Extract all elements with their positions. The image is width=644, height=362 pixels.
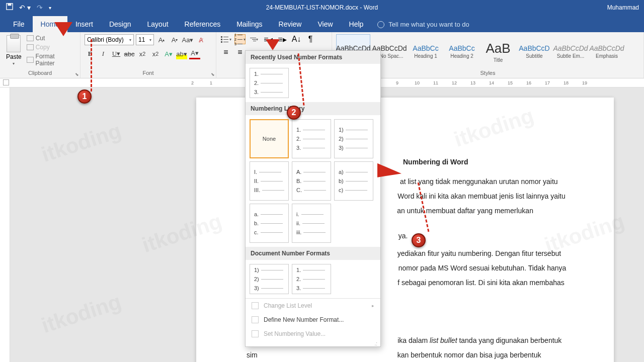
recent-formats-header: Recently Used Number Formats xyxy=(246,51,380,64)
numbering-tile[interactable]: 1.2.3. xyxy=(292,119,331,158)
grow-font-button[interactable]: A▴ xyxy=(156,34,167,45)
highlight-button[interactable]: ab▾ xyxy=(176,48,187,59)
doc-formats-header: Document Number Formats xyxy=(246,247,380,260)
title-bar: ↶ ▾ ↷ ▾ 24-MEMBUAT-LIST-NOMOR.docx - Wor… xyxy=(0,0,644,15)
sort-button[interactable]: A↓ xyxy=(291,34,302,44)
clipboard-launcher-icon[interactable]: ⬊ xyxy=(75,72,79,77)
tab-help[interactable]: Help xyxy=(341,16,372,32)
align-left-button[interactable]: ≡ xyxy=(220,47,231,57)
set-numbering-value-cmd: Set Numbering Value... xyxy=(246,327,380,341)
numbering-library-header: Numbering Library xyxy=(246,102,380,115)
annotation-badge-2: 2 xyxy=(287,106,301,120)
numbering-tile[interactable]: a.b.c. xyxy=(250,204,289,243)
qat-customize-icon[interactable]: ▾ xyxy=(49,5,51,11)
style-subtitle[interactable]: AaBbCcDSubtitle xyxy=(517,34,551,69)
multilevel-list-button[interactable]: ▾ xyxy=(249,34,260,44)
format-painter-button[interactable]: Format Painter xyxy=(26,52,76,67)
superscript-button[interactable]: x2 xyxy=(150,48,161,59)
annotation-dash-1 xyxy=(91,39,92,92)
style-emphasis[interactable]: AaBbCcDdEmphasis xyxy=(590,34,624,69)
numbering-tile[interactable]: a)b)c) xyxy=(334,161,373,201)
define-number-format-cmd[interactable]: Define New Number Format... xyxy=(246,313,380,327)
ribbon-tabs: File Home Insert Design Layout Reference… xyxy=(0,15,644,32)
numbering-tile[interactable]: i.ii.iii. xyxy=(292,204,331,243)
show-marks-button[interactable]: ¶ xyxy=(305,34,316,44)
tab-mailings[interactable]: Mailings xyxy=(228,16,270,32)
style-heading-1[interactable]: AaBbCcHeading 1 xyxy=(409,34,443,69)
italic-button[interactable]: I xyxy=(98,48,109,59)
brush-icon xyxy=(27,57,34,63)
text-effects-button[interactable]: A▾ xyxy=(163,48,174,59)
annotation-pointer-2 xyxy=(266,39,280,50)
copy-button[interactable]: Copy xyxy=(26,43,76,51)
resize-grip-icon[interactable]: .: xyxy=(246,341,380,346)
account-name[interactable]: Muhammad xyxy=(607,4,644,11)
style-title[interactable]: AaBTitle xyxy=(481,34,515,69)
lightbulb-icon xyxy=(377,21,384,28)
font-size-select[interactable]: 11▾ xyxy=(136,34,154,45)
tab-design[interactable]: Design xyxy=(101,16,139,32)
redo-icon[interactable]: ↷ xyxy=(37,4,43,12)
svg-rect-1 xyxy=(8,4,12,6)
group-clipboard: Paste ▾ Cut Copy Format Painter Clipboar… xyxy=(0,32,80,78)
save-icon[interactable] xyxy=(6,3,13,12)
scissors-icon xyxy=(27,35,34,41)
numbering-tile[interactable]: I.II.III. xyxy=(250,161,289,201)
tab-references[interactable]: References xyxy=(177,16,229,32)
doc-format-tile[interactable]: 1.2.3. xyxy=(292,264,331,294)
doc-format-tile[interactable]: 1)2)3) xyxy=(250,264,289,294)
clear-formatting-button[interactable]: A̷ xyxy=(195,34,206,45)
style-heading-2[interactable]: AaBbCcHeading 2 xyxy=(445,34,479,69)
style-subtle-em-[interactable]: AaBbCcDdSubtle Em... xyxy=(553,34,588,69)
tab-view[interactable]: View xyxy=(309,16,341,32)
annotation-badge-1: 1 xyxy=(77,89,92,104)
tab-selector-icon[interactable] xyxy=(3,79,9,85)
window-title: 24-MEMBUAT-LIST-NOMOR.docx - Word xyxy=(266,4,378,11)
change-case-button[interactable]: Aa▾ xyxy=(182,34,193,45)
underline-button[interactable]: U▾ xyxy=(111,48,122,59)
list-level-icon xyxy=(252,302,259,309)
bold-button[interactable]: B xyxy=(85,48,96,59)
bullets-button[interactable]: ▾ xyxy=(220,34,231,44)
tab-file[interactable]: File xyxy=(5,16,33,32)
font-launcher-icon[interactable]: ⬊ xyxy=(211,72,215,77)
recent-format-tile[interactable]: 1.2.3. xyxy=(250,68,289,98)
numbering-button[interactable]: 123▾ xyxy=(234,34,246,44)
vertical-ruler[interactable] xyxy=(0,87,10,362)
group-font: Calibri (Body)▾ 11▾ A▴ A▾ Aa▾ A̷ B I U▾ … xyxy=(80,32,216,78)
copy-icon xyxy=(27,44,34,50)
subscript-button[interactable]: x2 xyxy=(137,48,148,59)
font-color-button[interactable]: A▾ xyxy=(189,48,200,59)
tab-layout[interactable]: Layout xyxy=(139,16,177,32)
clipboard-icon xyxy=(7,35,21,52)
paste-button[interactable]: Paste ▾ xyxy=(4,34,24,67)
annotation-badge-3: 3 xyxy=(412,233,426,247)
undo-icon[interactable]: ↶ ▾ xyxy=(19,4,31,12)
numbering-none-tile[interactable]: None xyxy=(250,119,289,158)
define-format-icon xyxy=(252,316,259,323)
annotation-pointer-1 xyxy=(54,22,72,36)
change-list-level-cmd: Change List Level▸ xyxy=(246,299,380,313)
tab-review[interactable]: Review xyxy=(271,16,310,32)
numbering-dropdown: Recently Used Number Formats 1.2.3. Numb… xyxy=(245,50,381,347)
align-center-button[interactable]: ≡ xyxy=(234,47,246,57)
numbering-tile[interactable]: 1)2)3) xyxy=(334,119,373,158)
set-value-icon xyxy=(252,330,259,337)
shrink-font-button[interactable]: A▾ xyxy=(169,34,180,45)
numbering-tile[interactable]: A.B.C. xyxy=(292,161,331,201)
strikethrough-button[interactable]: abc xyxy=(124,48,135,59)
tell-me-search[interactable]: Tell me what you want to do xyxy=(371,17,475,32)
quick-access-toolbar: ↶ ▾ ↷ ▾ xyxy=(0,3,51,12)
